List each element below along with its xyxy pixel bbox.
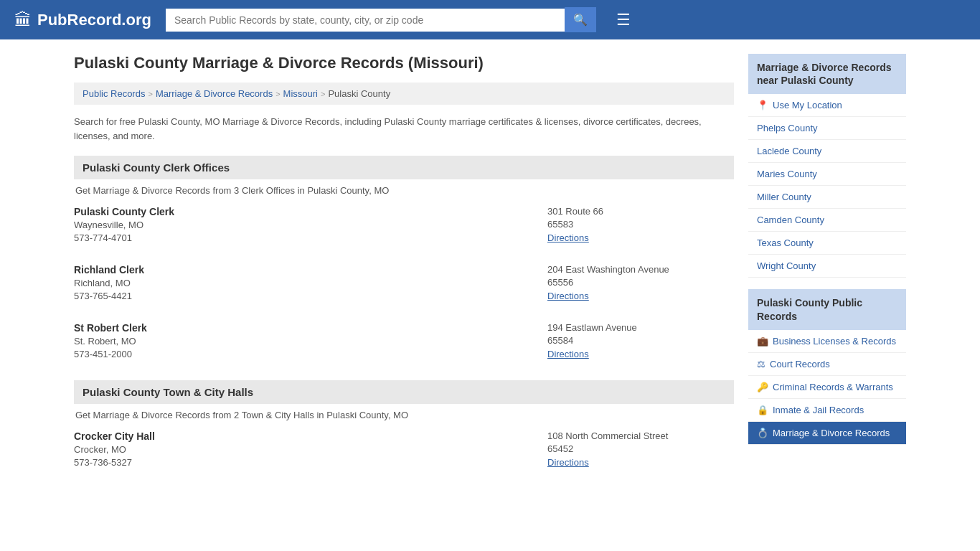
office-zip: 65584 xyxy=(547,335,734,346)
logo-link[interactable]: 🏛 PubRecord.org xyxy=(14,10,151,30)
office-zip: 65556 xyxy=(547,277,734,288)
sidebar-item-camden-county[interactable]: Camden County xyxy=(748,209,906,232)
sidebar-item-phelps-county[interactable]: Phelps County xyxy=(748,117,906,140)
sidebar-item-inmate-records[interactable]: 🔒 Inmate & Jail Records xyxy=(748,399,906,422)
breadcrumb: Public Records > Marriage & Divorce Reco… xyxy=(74,83,734,105)
office-left: Crocker City Hall Crocker, MO 573-736-53… xyxy=(74,430,547,470)
ring-icon: 💍 xyxy=(757,428,768,438)
office-right: 204 East Washington Avenue 65556 Directi… xyxy=(547,264,734,303)
office-city: Waynesville, MO xyxy=(74,220,547,230)
office-zip: 65452 xyxy=(547,443,734,454)
sidebar-item-business-licenses[interactable]: 💼 Business Licenses & Records xyxy=(748,330,906,353)
sidebar-item-marriage-divorce[interactable]: 💍 Marriage & Divorce Records xyxy=(748,422,906,445)
page-description: Search for free Pulaski County, MO Marri… xyxy=(74,115,734,143)
office-zip: 65583 xyxy=(547,219,734,230)
menu-button[interactable]: ☰ xyxy=(616,11,631,29)
office-name: Richland Clerk xyxy=(74,264,547,276)
office-entry: Crocker City Hall Crocker, MO 573-736-53… xyxy=(74,430,734,474)
nearby-header: Marriage & Divorce Records near Pulaski … xyxy=(748,54,906,94)
use-my-location[interactable]: 📍 Use My Location xyxy=(748,94,906,117)
breadcrumb-marriage-divorce[interactable]: Marriage & Divorce Records xyxy=(156,88,273,99)
city-halls-description: Get Marriage & Divorce Records from 2 To… xyxy=(74,410,734,420)
sidebar-item-maries-county[interactable]: Maries County xyxy=(748,163,906,186)
office-entry: St Robert Clerk St. Robert, MO 573-451-2… xyxy=(74,322,734,366)
office-name: St Robert Clerk xyxy=(74,322,547,334)
office-phone: 573-765-4421 xyxy=(74,291,547,301)
sidebar-item-label: Inmate & Jail Records xyxy=(773,405,864,415)
sidebar-item-court-records[interactable]: ⚖ Court Records xyxy=(748,353,906,376)
lock-icon: 🔒 xyxy=(757,405,768,415)
menu-icon: ☰ xyxy=(616,11,631,29)
office-left: Richland Clerk Richland, MO 573-765-4421 xyxy=(74,264,547,303)
sidebar-item-label: Marriage & Divorce Records xyxy=(773,428,890,438)
breadcrumb-missouri[interactable]: Missouri xyxy=(283,88,318,99)
search-button[interactable]: 🔍 xyxy=(565,7,596,32)
scales-icon: ⚖ xyxy=(757,359,765,369)
sidebar: Marriage & Divorce Records near Pulaski … xyxy=(748,54,906,489)
public-records-section: Pulaski County Public Records 💼 Business… xyxy=(748,289,906,444)
sidebar-item-texas-county[interactable]: Texas County xyxy=(748,232,906,255)
office-address: 194 Eastlawn Avenue xyxy=(547,322,734,333)
directions-link[interactable]: Directions xyxy=(547,291,589,301)
search-bar: 🔍 xyxy=(166,7,596,32)
location-pin-icon: 📍 xyxy=(757,100,768,110)
office-name: Pulaski County Clerk xyxy=(74,206,547,217)
office-phone: 573-736-5327 xyxy=(74,457,547,468)
sidebar-item-label: Business Licenses & Records xyxy=(773,336,896,347)
clerk-offices-description: Get Marriage & Divorce Records from 3 Cl… xyxy=(74,185,734,196)
office-right: 194 Eastlawn Avenue 65584 Directions xyxy=(547,322,734,362)
office-entry: Richland Clerk Richland, MO 573-765-4421… xyxy=(74,264,734,308)
site-header: 🏛 PubRecord.org 🔍 ☰ xyxy=(0,0,980,39)
location-label: Use My Location xyxy=(773,100,842,110)
directions-link[interactable]: Directions xyxy=(547,349,589,359)
office-left: Pulaski County Clerk Waynesville, MO 573… xyxy=(74,206,547,245)
public-records-header: Pulaski County Public Records xyxy=(748,289,906,329)
office-city: St. Robert, MO xyxy=(74,336,547,347)
sidebar-item-wright-county[interactable]: Wright County xyxy=(748,255,906,278)
office-phone: 573-774-4701 xyxy=(74,232,547,243)
sidebar-item-label: Criminal Records & Warrants xyxy=(773,382,893,392)
main-content: Pulaski County Marriage & Divorce Record… xyxy=(74,54,734,489)
breadcrumb-public-records[interactable]: Public Records xyxy=(83,88,145,99)
office-left: St Robert Clerk St. Robert, MO 573-451-2… xyxy=(74,322,547,362)
office-phone: 573-451-2000 xyxy=(74,349,547,359)
office-city: Richland, MO xyxy=(74,278,547,288)
office-right: 301 Route 66 65583 Directions xyxy=(547,206,734,245)
office-name: Crocker City Hall xyxy=(74,430,547,442)
page-title: Pulaski County Marriage & Divorce Record… xyxy=(74,54,734,72)
office-entry: Pulaski County Clerk Waynesville, MO 573… xyxy=(74,206,734,250)
breadcrumb-sep-1: > xyxy=(148,90,152,98)
sidebar-item-label: Court Records xyxy=(770,359,830,369)
breadcrumb-pulaski-county: Pulaski County xyxy=(328,88,390,99)
search-input[interactable] xyxy=(166,9,565,32)
city-halls-header: Pulaski County Town & City Halls xyxy=(74,380,734,404)
clerk-offices-header: Pulaski County Clerk Offices xyxy=(74,156,734,179)
breadcrumb-sep-2: > xyxy=(275,90,280,98)
breadcrumb-sep-3: > xyxy=(321,90,325,98)
directions-link[interactable]: Directions xyxy=(547,232,589,243)
directions-link[interactable]: Directions xyxy=(547,457,589,468)
briefcase-icon: 💼 xyxy=(757,336,768,347)
office-city: Crocker, MO xyxy=(74,444,547,455)
office-address: 204 East Washington Avenue xyxy=(547,264,734,275)
logo-icon: 🏛 xyxy=(14,10,32,30)
office-right: 108 North Commercial Street 65452 Direct… xyxy=(547,430,734,470)
sidebar-item-laclede-county[interactable]: Laclede County xyxy=(748,140,906,163)
nearby-section: Marriage & Divorce Records near Pulaski … xyxy=(748,54,906,278)
sidebar-item-criminal-records[interactable]: 🔑 Criminal Records & Warrants xyxy=(748,376,906,399)
sidebar-item-miller-county[interactable]: Miller County xyxy=(748,186,906,209)
office-address: 301 Route 66 xyxy=(547,206,734,217)
key-icon: 🔑 xyxy=(757,382,768,392)
office-address: 108 North Commercial Street xyxy=(547,430,734,441)
logo-text: PubRecord.org xyxy=(37,11,151,29)
